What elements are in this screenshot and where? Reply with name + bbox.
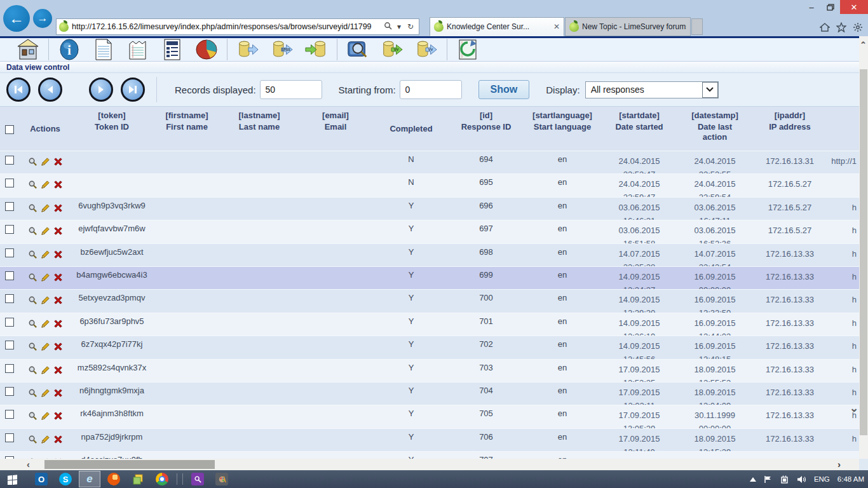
taskbar-skype-icon[interactable]: S — [55, 471, 76, 487]
taskbar-paint-icon[interactable] — [211, 471, 233, 487]
refresh-page-icon[interactable]: ↻ — [405, 22, 416, 31]
delete-response-icon[interactable] — [53, 342, 63, 351]
edit-response-icon[interactable] — [41, 250, 50, 259]
view-response-icon[interactable] — [28, 250, 37, 259]
row-checkbox[interactable] — [5, 156, 14, 165]
view-response-icon[interactable] — [28, 319, 37, 329]
language-indicator[interactable]: ENG — [814, 475, 830, 483]
chevron-down-icon[interactable] — [702, 82, 718, 98]
browser-forward-button[interactable]: → — [33, 9, 52, 28]
next-page-button[interactable] — [89, 78, 113, 102]
row-checkbox[interactable] — [5, 248, 14, 257]
view-saved-icon[interactable] — [346, 39, 369, 60]
refresh-icon[interactable] — [456, 39, 479, 60]
edit-response-icon[interactable] — [41, 180, 50, 189]
search-icon[interactable] — [382, 22, 393, 32]
row-checkbox[interactable] — [5, 410, 14, 419]
taskbar-notes-icon[interactable] — [127, 471, 149, 487]
delete-response-icon[interactable] — [53, 388, 63, 398]
delete-response-icon[interactable] — [53, 157, 63, 166]
notepad-icon[interactable] — [126, 39, 149, 60]
delete-response-icon[interactable] — [53, 203, 63, 213]
vertical-scrollbar-thumb[interactable] — [860, 69, 867, 435]
row-checkbox[interactable] — [5, 202, 14, 211]
delete-response-icon[interactable] — [53, 180, 63, 189]
view-response-icon[interactable] — [28, 365, 37, 375]
row-checkbox[interactable] — [5, 364, 14, 373]
delete-response-icon[interactable] — [53, 273, 63, 282]
taskbar-firefox-icon[interactable] — [103, 471, 125, 487]
row-checkbox[interactable] — [5, 271, 14, 280]
tab-close-icon[interactable]: ✕ — [553, 22, 560, 31]
taskbar-outlook-icon[interactable]: O — [31, 471, 52, 487]
home-icon[interactable] — [17, 39, 39, 60]
export-icon[interactable] — [236, 39, 259, 60]
action-center-flag-icon[interactable] — [764, 475, 772, 484]
delete-response-icon[interactable] — [53, 435, 63, 444]
view-response-icon[interactable] — [28, 295, 37, 305]
edit-response-icon[interactable] — [41, 273, 50, 282]
previous-page-button[interactable] — [38, 78, 62, 102]
import-icon[interactable] — [305, 39, 328, 60]
piechart-icon[interactable] — [195, 39, 218, 60]
favorites-star-icon[interactable] — [836, 22, 846, 32]
edit-response-icon[interactable] — [41, 365, 50, 375]
view-response-icon[interactable] — [28, 180, 37, 189]
view-response-icon[interactable] — [28, 388, 37, 398]
window-minimize-button[interactable]: – — [802, 0, 821, 14]
edit-response-icon[interactable] — [41, 435, 50, 444]
edit-response-icon[interactable] — [41, 295, 50, 305]
scroll-up-icon[interactable]: ⌃ — [860, 40, 867, 50]
edit-response-icon[interactable] — [41, 226, 50, 236]
row-checkbox[interactable] — [5, 294, 14, 303]
delete-response-icon[interactable] — [53, 365, 63, 375]
edit-response-icon[interactable] — [41, 203, 50, 213]
delete-response-icon[interactable] — [53, 250, 63, 259]
taskbar-internet-explorer-icon[interactable]: e — [79, 471, 100, 487]
view-response-icon[interactable] — [28, 435, 37, 444]
scroll-down-icon[interactable]: ⌄ — [850, 402, 858, 415]
horizontal-scrollbar-thumb[interactable] — [44, 460, 215, 469]
volume-icon[interactable] — [797, 475, 806, 484]
display-select[interactable]: All responses — [585, 81, 719, 98]
address-dropdown-icon[interactable]: ▾ — [393, 22, 405, 31]
starting-from-input[interactable] — [400, 80, 462, 99]
address-bar[interactable]: http://172.16.15.62/limesurvey/index.php… — [56, 18, 419, 35]
info-icon[interactable]: i — [58, 39, 81, 60]
clock[interactable]: 6:48 AM — [837, 475, 864, 483]
first-page-button[interactable] — [6, 78, 31, 102]
row-checkbox[interactable] — [5, 179, 14, 187]
spss-export-icon[interactable]: SPSS — [271, 39, 294, 60]
row-checkbox[interactable] — [5, 341, 14, 349]
scroll-left-icon[interactable]: ‹ — [27, 459, 30, 470]
view-response-icon[interactable] — [28, 411, 37, 421]
settings-gear-icon[interactable] — [853, 22, 863, 32]
battery-icon[interactable] — [780, 475, 789, 484]
vv-export-icon[interactable]: VV — [381, 39, 403, 60]
delete-response-icon[interactable] — [53, 226, 63, 236]
records-displayed-input[interactable] — [260, 80, 322, 99]
tab-knowledge-center[interactable]: Knowledge Center Sur... ✕ — [430, 17, 564, 36]
edit-response-icon[interactable] — [41, 157, 50, 166]
show-button[interactable]: Show — [478, 80, 530, 99]
delete-response-icon[interactable] — [53, 319, 63, 329]
tray-expand-icon[interactable] — [750, 477, 756, 482]
select-all-checkbox[interactable] — [5, 125, 14, 134]
row-checkbox[interactable] — [5, 433, 14, 442]
report-icon[interactable] — [161, 39, 184, 60]
horizontal-scrollbar[interactable]: ‹ › — [0, 459, 859, 470]
window-restore-button[interactable] — [821, 0, 840, 14]
scroll-right-icon[interactable]: › — [837, 459, 841, 470]
window-close-button[interactable]: ✕ — [840, 0, 868, 14]
taskbar-chrome-icon[interactable] — [151, 471, 173, 487]
row-checkbox[interactable] — [5, 387, 14, 396]
new-tab-button[interactable] — [691, 18, 703, 35]
vv-import-icon[interactable]: VV — [415, 39, 438, 60]
edit-response-icon[interactable] — [41, 411, 50, 421]
delete-response-icon[interactable] — [53, 295, 63, 305]
edit-response-icon[interactable] — [41, 342, 50, 351]
browser-back-button[interactable]: ← — [3, 5, 30, 32]
delete-response-icon[interactable] — [53, 411, 63, 421]
start-button[interactable] — [1, 471, 23, 487]
select-all-checkbox-cell[interactable] — [0, 107, 19, 151]
